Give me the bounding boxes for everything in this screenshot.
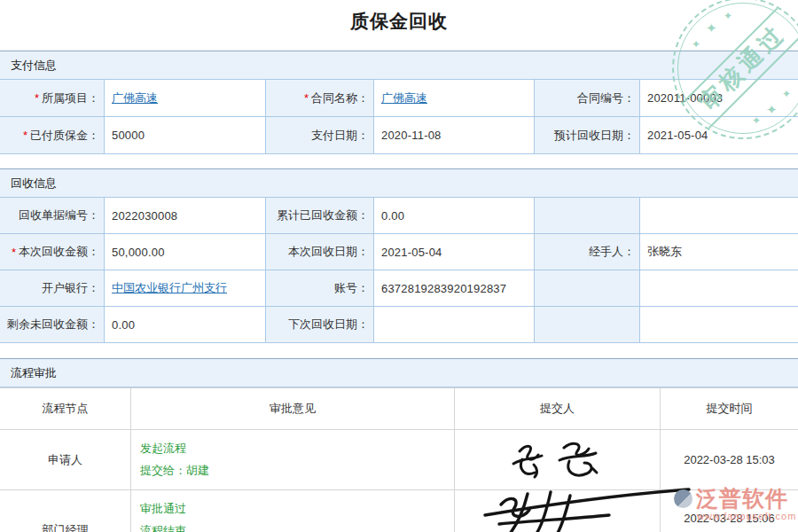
contract-name-label: *合同名称： [266, 80, 374, 117]
bank-label: 开户银行： [0, 270, 105, 307]
handler-label: 经手人： [535, 234, 640, 270]
col-header-opinion: 审批意见 [131, 388, 455, 430]
section-header-payment: 支付信息 [0, 51, 798, 80]
node-applicant: 申请人 [0, 430, 131, 490]
stamp-star-icon: ✦ [692, 38, 700, 51]
page-title: 质保金回收 [0, 9, 798, 34]
empty-label [535, 270, 640, 307]
current-date-value: 2021-05-04 [374, 234, 535, 270]
empty-value [640, 307, 798, 343]
total-recovered-value: 0.00 [374, 198, 535, 234]
section-header-approval: 流程审批 [0, 358, 798, 387]
empty-label [535, 198, 640, 234]
remaining-value: 0.00 [105, 307, 266, 343]
required-asterisk: * [35, 91, 39, 105]
opinion-line: 审批通过 [140, 501, 186, 517]
required-asterisk: * [12, 246, 16, 259]
current-amount-label: *本次回收金额： [0, 234, 105, 270]
signature-applicant [455, 430, 661, 490]
signature-image [504, 437, 612, 483]
doc-no-label: 回收单据编号： [0, 198, 105, 234]
contract-name-link[interactable]: 广佛高速 [381, 90, 427, 106]
opinion-line: 提交给：胡建 [140, 463, 209, 479]
pay-date-value: 2020-11-08 [374, 117, 535, 154]
current-date-label: 本次回收日期： [266, 234, 374, 270]
opinion-line: 发起流程 [140, 441, 186, 457]
doc-no-value: 2022030008 [105, 198, 266, 234]
next-date-value [374, 307, 535, 343]
required-asterisk: * [304, 91, 309, 105]
total-recovered-label: 累计已回收金额： [266, 198, 374, 234]
payment-table: *所属项目： 广佛高速 *合同名称： 广佛高速 合同编号： 202011-000… [0, 80, 798, 154]
account-value: 6372819283920192837 [374, 270, 535, 307]
opinion-manager: 审批通过 流程结束 [131, 490, 455, 532]
contract-name-value: 广佛高速 [374, 80, 535, 117]
bank-value: 中国农业银行广州支行 [105, 270, 266, 307]
bank-link[interactable]: 中国农业银行广州支行 [112, 280, 227, 296]
current-amount-value: 50,000.00 [105, 234, 266, 270]
opinion-applicant: 发起流程 提交给：胡建 [131, 430, 455, 490]
empty-value [640, 198, 798, 234]
expected-recovery-date-value: 2021-05-04 [640, 117, 798, 154]
node-manager: 部门经理 [0, 490, 131, 532]
section-header-recovery: 回收信息 [0, 168, 798, 198]
col-header-submitter: 提交人 [455, 388, 661, 430]
signature-image-manager [474, 483, 700, 532]
required-asterisk: * [23, 129, 27, 142]
handler-value: 张晓东 [640, 234, 798, 270]
pay-date-label: 支付日期： [266, 117, 374, 154]
project-link[interactable]: 广佛高速 [112, 90, 158, 106]
paid-deposit-value: 50000 [105, 117, 266, 154]
submit-time-1: 2022-03-28 15:03 [661, 430, 798, 490]
project-label: *所属项目： [0, 80, 105, 117]
col-header-time: 提交时间 [661, 388, 798, 430]
recovery-table: 回收单据编号： 2022030008 累计已回收金额： 0.00 *本次回收金额… [0, 198, 798, 343]
col-header-node: 流程节点 [0, 388, 131, 430]
next-date-label: 下次回收日期： [266, 307, 374, 343]
project-value: 广佛高速 [105, 80, 266, 117]
contract-no-label: 合同编号： [535, 80, 640, 117]
empty-value [640, 270, 798, 307]
opinion-line: 流程结束 [140, 523, 186, 532]
remaining-label: 剩余未回收金额： [0, 307, 105, 343]
account-label: 账号： [266, 270, 374, 307]
empty-label [535, 307, 640, 343]
expected-recovery-date-label: 预计回收日期： [535, 117, 640, 154]
contract-no-value: 202011-00003 [640, 80, 798, 117]
paid-deposit-label: *已付质保金： [0, 117, 105, 154]
